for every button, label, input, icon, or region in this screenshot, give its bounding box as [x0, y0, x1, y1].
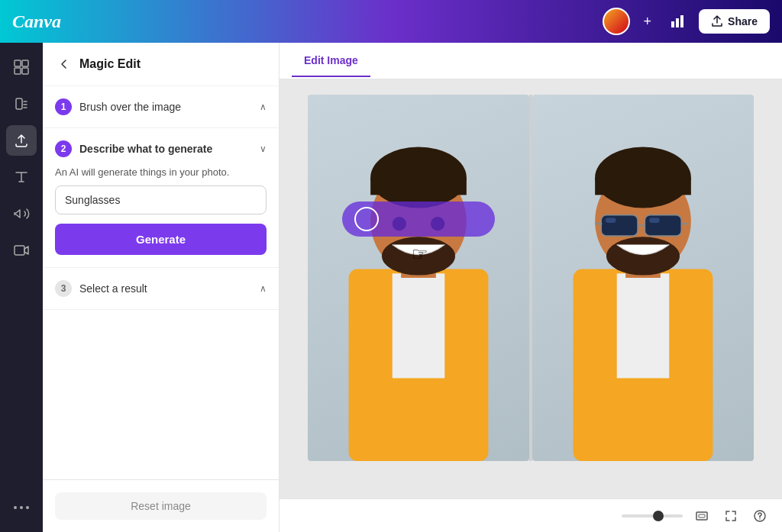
step3-chevron: ∧ — [260, 283, 267, 294]
step2-label: Describe what to generate — [79, 143, 212, 155]
step2-header[interactable]: 2 Describe what to generate ∨ — [55, 140, 267, 157]
svg-rect-12 — [393, 273, 445, 378]
step3-number: 3 — [55, 280, 72, 297]
zoom-slider[interactable] — [622, 514, 683, 517]
sidebar-item-templates[interactable] — [6, 89, 37, 119]
generate-input[interactable] — [55, 185, 267, 214]
step2-description: An AI will generate things in your photo… — [55, 166, 267, 178]
svg-rect-3 — [15, 60, 21, 66]
panel-content: 1 Brush over the image ∧ 2 Describe what… — [43, 86, 279, 479]
svg-rect-34 — [696, 512, 707, 520]
image-panel-right — [532, 95, 754, 461]
svg-point-8 — [14, 506, 17, 509]
sidebar-item-more[interactable] — [6, 492, 37, 523]
panel-footer: Reset image — [43, 479, 279, 532]
step3-section: 3 Select a result ∧ — [43, 268, 279, 310]
sidebar-item-uploads[interactable] — [6, 125, 37, 156]
avatar[interactable] — [603, 8, 630, 35]
brush-overlay — [342, 202, 495, 237]
svg-rect-0 — [671, 21, 674, 27]
svg-rect-35 — [699, 514, 705, 517]
add-button[interactable]: + — [639, 9, 657, 34]
canva-logo: Canva — [12, 11, 61, 32]
panel-title: Magic Edit — [79, 57, 141, 71]
images-container: ☞ — [308, 95, 754, 483]
zoom-thumb — [653, 511, 664, 521]
help-button[interactable] — [750, 506, 770, 526]
svg-rect-5 — [15, 68, 21, 74]
step2-body: An AI will generate things in your photo… — [55, 166, 267, 255]
tab-edit-image[interactable]: Edit Image — [292, 45, 370, 77]
cursor-hand: ☞ — [412, 243, 428, 265]
fullscreen-button[interactable] — [721, 506, 741, 526]
step2-header-left: 2 Describe what to generate — [55, 140, 212, 157]
svg-point-15 — [370, 147, 467, 208]
reset-button[interactable]: Reset image — [55, 492, 267, 520]
sidebar-item-text[interactable] — [6, 162, 37, 192]
svg-rect-2 — [680, 15, 683, 27]
step1-number: 1 — [55, 98, 72, 115]
step2-section: 2 Describe what to generate ∨ An AI will… — [43, 128, 279, 268]
svg-point-9 — [20, 506, 23, 509]
svg-rect-33 — [649, 218, 660, 223]
step1-chevron: ∧ — [260, 102, 267, 112]
canvas-workspace[interactable]: ☞ — [280, 79, 782, 498]
person-left — [308, 95, 529, 461]
generate-button[interactable]: Generate — [55, 224, 267, 255]
header-actions: + Share — [603, 8, 770, 35]
canvas-footer — [280, 498, 782, 532]
svg-point-24 — [595, 147, 691, 208]
svg-rect-16 — [370, 178, 467, 195]
image-panel-left: ☞ — [308, 95, 529, 461]
zoom-control — [622, 514, 683, 517]
svg-rect-32 — [606, 218, 616, 223]
header: Canva + Share — [0, 0, 782, 43]
step2-number: 2 — [55, 140, 72, 157]
back-button[interactable] — [55, 55, 73, 73]
step1-label: Brush over the image — [79, 101, 181, 113]
step2-chevron: ∨ — [260, 143, 267, 154]
svg-point-26 — [606, 237, 680, 275]
step3-header-left: 3 Select a result — [55, 280, 147, 297]
svg-rect-4 — [22, 60, 28, 66]
step3-label: Select a result — [79, 282, 147, 295]
person-right — [532, 95, 754, 461]
svg-point-10 — [26, 506, 29, 509]
brush-circle — [354, 207, 379, 231]
panel-header: Magic Edit — [43, 43, 279, 86]
sidebar-icons — [0, 43, 43, 532]
svg-rect-7 — [15, 246, 24, 255]
analytics-icon-button[interactable] — [665, 9, 690, 34]
fit-screen-button[interactable] — [692, 506, 712, 526]
step3-header[interactable]: 3 Select a result ∧ — [55, 280, 267, 297]
step1-header-left: 1 Brush over the image — [55, 98, 181, 115]
sidebar-item-elements[interactable] — [6, 52, 37, 82]
canvas-area: Edit Image — [280, 43, 782, 532]
share-button[interactable]: Share — [699, 9, 770, 34]
magic-edit-panel: Magic Edit 1 Brush over the image ∧ 2 — [43, 43, 280, 532]
sidebar-item-video[interactable] — [6, 235, 37, 266]
svg-point-37 — [759, 518, 761, 520]
main-content: Magic Edit 1 Brush over the image ∧ 2 — [0, 43, 782, 532]
canvas-tabs: Edit Image — [280, 43, 782, 79]
sidebar-item-audio[interactable] — [6, 198, 37, 229]
step1-header[interactable]: 1 Brush over the image ∧ — [55, 98, 267, 115]
svg-rect-25 — [595, 178, 691, 195]
svg-rect-6 — [22, 68, 28, 74]
svg-rect-1 — [676, 18, 679, 27]
svg-rect-21 — [617, 273, 670, 378]
step1-section: 1 Brush over the image ∧ — [43, 86, 279, 128]
